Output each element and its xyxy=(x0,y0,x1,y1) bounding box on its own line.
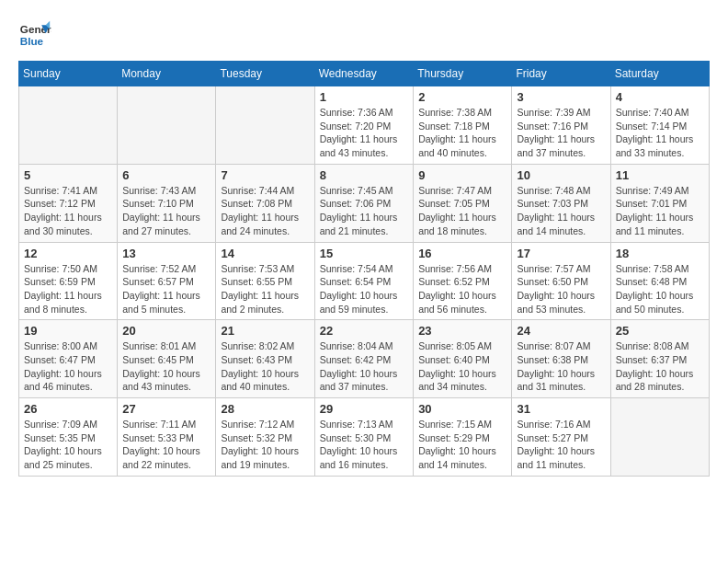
day-info: Sunrise: 8:00 AMSunset: 6:47 PMDaylight:… xyxy=(24,339,112,394)
calendar-cell: 15Sunrise: 7:54 AMSunset: 6:54 PMDayligh… xyxy=(314,242,413,320)
column-header-sunday: Sunday xyxy=(19,62,118,86)
calendar-cell xyxy=(19,86,118,165)
calendar-cell: 2Sunrise: 7:38 AMSunset: 7:18 PMDaylight… xyxy=(414,86,512,165)
day-info: Sunrise: 7:54 AMSunset: 6:54 PMDaylight:… xyxy=(320,262,408,316)
day-number: 29 xyxy=(320,402,408,416)
day-number: 5 xyxy=(24,168,112,182)
calendar-cell: 7Sunrise: 7:44 AMSunset: 7:08 PMDaylight… xyxy=(216,164,314,242)
calendar-cell: 13Sunrise: 7:52 AMSunset: 6:57 PMDayligh… xyxy=(118,242,216,320)
calendar-cell: 12Sunrise: 7:50 AMSunset: 6:59 PMDayligh… xyxy=(19,242,118,320)
day-number: 9 xyxy=(418,168,506,182)
column-header-thursday: Thursday xyxy=(414,62,512,86)
calendar-cell: 16Sunrise: 7:56 AMSunset: 6:52 PMDayligh… xyxy=(414,242,512,320)
day-info: Sunrise: 7:09 AMSunset: 5:35 PMDaylight:… xyxy=(24,418,112,472)
calendar-cell: 30Sunrise: 7:15 AMSunset: 5:29 PMDayligh… xyxy=(414,398,512,477)
day-number: 8 xyxy=(320,168,408,182)
day-number: 26 xyxy=(24,402,112,416)
column-header-saturday: Saturday xyxy=(610,62,709,86)
day-info: Sunrise: 7:16 AMSunset: 5:27 PMDaylight:… xyxy=(517,418,605,472)
day-info: Sunrise: 8:01 AMSunset: 6:45 PMDaylight:… xyxy=(122,339,210,394)
day-info: Sunrise: 7:48 AMSunset: 7:03 PMDaylight:… xyxy=(517,184,605,238)
calendar-week-row: 12Sunrise: 7:50 AMSunset: 6:59 PMDayligh… xyxy=(19,242,710,320)
day-number: 6 xyxy=(122,168,210,182)
day-info: Sunrise: 7:12 AMSunset: 5:32 PMDaylight:… xyxy=(221,418,309,472)
day-info: Sunrise: 7:11 AMSunset: 5:33 PMDaylight:… xyxy=(122,418,210,472)
day-info: Sunrise: 7:43 AMSunset: 7:10 PMDaylight:… xyxy=(122,184,210,238)
day-number: 3 xyxy=(517,90,605,104)
calendar-week-row: 5Sunrise: 7:41 AMSunset: 7:12 PMDaylight… xyxy=(19,164,710,242)
day-info: Sunrise: 7:57 AMSunset: 6:50 PMDaylight:… xyxy=(517,262,605,316)
day-number: 25 xyxy=(616,324,704,338)
day-number: 21 xyxy=(221,324,309,338)
calendar-cell: 28Sunrise: 7:12 AMSunset: 5:32 PMDayligh… xyxy=(216,398,314,477)
day-info: Sunrise: 7:39 AMSunset: 7:16 PMDaylight:… xyxy=(517,106,605,160)
calendar-cell: 8Sunrise: 7:45 AMSunset: 7:06 PMDaylight… xyxy=(314,164,413,242)
day-number: 1 xyxy=(320,90,408,104)
day-number: 20 xyxy=(122,324,210,338)
calendar-week-row: 1Sunrise: 7:36 AMSunset: 7:20 PMDaylight… xyxy=(19,86,710,165)
day-info: Sunrise: 8:04 AMSunset: 6:42 PMDaylight:… xyxy=(320,339,408,394)
day-number: 22 xyxy=(320,324,408,338)
day-number: 2 xyxy=(418,90,506,104)
calendar-cell: 20Sunrise: 8:01 AMSunset: 6:45 PMDayligh… xyxy=(118,320,216,398)
column-header-wednesday: Wednesday xyxy=(314,62,413,86)
day-number: 19 xyxy=(24,324,112,338)
day-number: 30 xyxy=(418,402,506,416)
calendar-cell: 18Sunrise: 7:58 AMSunset: 6:48 PMDayligh… xyxy=(610,242,709,320)
calendar-table: SundayMondayTuesdayWednesdayThursdayFrid… xyxy=(18,61,710,477)
day-info: Sunrise: 7:58 AMSunset: 6:48 PMDaylight:… xyxy=(616,262,704,316)
day-info: Sunrise: 8:05 AMSunset: 6:40 PMDaylight:… xyxy=(418,339,506,394)
svg-text:Blue: Blue xyxy=(20,35,44,47)
column-header-friday: Friday xyxy=(512,62,610,86)
calendar-cell: 5Sunrise: 7:41 AMSunset: 7:12 PMDaylight… xyxy=(19,164,118,242)
calendar-cell: 23Sunrise: 8:05 AMSunset: 6:40 PMDayligh… xyxy=(414,320,512,398)
day-info: Sunrise: 7:15 AMSunset: 5:29 PMDaylight:… xyxy=(418,418,506,472)
calendar-cell: 31Sunrise: 7:16 AMSunset: 5:27 PMDayligh… xyxy=(512,398,610,477)
calendar-cell: 1Sunrise: 7:36 AMSunset: 7:20 PMDaylight… xyxy=(314,86,413,165)
day-number: 23 xyxy=(418,324,506,338)
day-info: Sunrise: 7:56 AMSunset: 6:52 PMDaylight:… xyxy=(418,262,506,316)
day-info: Sunrise: 7:41 AMSunset: 7:12 PMDaylight:… xyxy=(24,184,112,238)
calendar-cell: 3Sunrise: 7:39 AMSunset: 7:16 PMDaylight… xyxy=(512,86,610,165)
day-info: Sunrise: 7:40 AMSunset: 7:14 PMDaylight:… xyxy=(616,106,704,160)
day-number: 10 xyxy=(517,168,605,182)
page-header: General Blue xyxy=(18,18,710,52)
calendar-cell: 9Sunrise: 7:47 AMSunset: 7:05 PMDaylight… xyxy=(414,164,512,242)
day-info: Sunrise: 7:44 AMSunset: 7:08 PMDaylight:… xyxy=(221,184,309,238)
day-number: 13 xyxy=(122,247,210,260)
calendar-cell: 19Sunrise: 8:00 AMSunset: 6:47 PMDayligh… xyxy=(19,320,118,398)
calendar-cell: 26Sunrise: 7:09 AMSunset: 5:35 PMDayligh… xyxy=(19,398,118,477)
column-header-tuesday: Tuesday xyxy=(216,62,314,86)
day-info: Sunrise: 7:52 AMSunset: 6:57 PMDaylight:… xyxy=(122,262,210,316)
day-info: Sunrise: 7:13 AMSunset: 5:30 PMDaylight:… xyxy=(320,418,408,472)
calendar-cell: 11Sunrise: 7:49 AMSunset: 7:01 PMDayligh… xyxy=(610,164,709,242)
calendar-cell: 14Sunrise: 7:53 AMSunset: 6:55 PMDayligh… xyxy=(216,242,314,320)
logo: General Blue xyxy=(18,18,51,52)
calendar-week-row: 26Sunrise: 7:09 AMSunset: 5:35 PMDayligh… xyxy=(19,398,710,477)
day-number: 16 xyxy=(418,247,506,260)
calendar-cell xyxy=(216,86,314,165)
calendar-cell: 24Sunrise: 8:07 AMSunset: 6:38 PMDayligh… xyxy=(512,320,610,398)
day-info: Sunrise: 7:45 AMSunset: 7:06 PMDaylight:… xyxy=(320,184,408,238)
calendar-cell xyxy=(118,86,216,165)
day-info: Sunrise: 8:08 AMSunset: 6:37 PMDaylight:… xyxy=(616,339,704,394)
day-info: Sunrise: 8:07 AMSunset: 6:38 PMDaylight:… xyxy=(517,339,605,394)
calendar-cell xyxy=(610,398,709,477)
calendar-header-row: SundayMondayTuesdayWednesdayThursdayFrid… xyxy=(19,62,710,86)
day-number: 17 xyxy=(517,247,605,260)
day-info: Sunrise: 7:36 AMSunset: 7:20 PMDaylight:… xyxy=(320,106,408,160)
day-number: 4 xyxy=(616,90,704,104)
calendar-cell: 21Sunrise: 8:02 AMSunset: 6:43 PMDayligh… xyxy=(216,320,314,398)
day-number: 12 xyxy=(24,247,112,260)
calendar-cell: 6Sunrise: 7:43 AMSunset: 7:10 PMDaylight… xyxy=(118,164,216,242)
day-number: 15 xyxy=(320,247,408,260)
day-info: Sunrise: 7:38 AMSunset: 7:18 PMDaylight:… xyxy=(418,106,506,160)
column-header-monday: Monday xyxy=(118,62,216,86)
day-info: Sunrise: 7:53 AMSunset: 6:55 PMDaylight:… xyxy=(221,262,309,316)
calendar-week-row: 19Sunrise: 8:00 AMSunset: 6:47 PMDayligh… xyxy=(19,320,710,398)
day-number: 31 xyxy=(517,402,605,416)
day-number: 24 xyxy=(517,324,605,338)
day-number: 27 xyxy=(122,402,210,416)
day-info: Sunrise: 8:02 AMSunset: 6:43 PMDaylight:… xyxy=(221,339,309,394)
calendar-cell: 27Sunrise: 7:11 AMSunset: 5:33 PMDayligh… xyxy=(118,398,216,477)
